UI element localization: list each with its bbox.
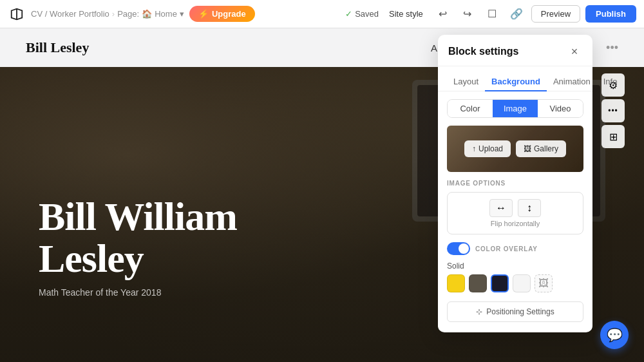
block-settings-panel: Block settings × Layout Background Anima… xyxy=(438,35,592,332)
grid-icon-button[interactable]: ⊞ xyxy=(601,125,625,148)
breadcrumb-page-label: Page: xyxy=(117,9,139,19)
gallery-label: Gallery xyxy=(534,144,558,153)
color-overlay-row: COLOR OVERLAY xyxy=(447,242,583,255)
bg-image-preview: ↑ Upload 🖼 Gallery xyxy=(447,126,583,172)
flip-vertical-button[interactable]: ↕ xyxy=(518,199,541,217)
color-swatches: 🖼 xyxy=(447,274,583,292)
panel-body: Color Image Video ↑ Upload 🖼 Gallery IMA… xyxy=(438,91,592,322)
breadcrumb-page-name[interactable]: Home xyxy=(155,9,177,19)
link-button[interactable]: 🔗 xyxy=(507,5,526,24)
type-color-button[interactable]: Color xyxy=(448,100,493,117)
tab-layout[interactable]: Layout xyxy=(447,73,485,91)
breadcrumb-sep1: › xyxy=(112,9,115,19)
swatch-yellow[interactable] xyxy=(447,274,465,292)
flip-container: ↔ ↕ Flip horizontally xyxy=(447,192,583,234)
image-options-label: IMAGE OPTIONS xyxy=(447,180,583,187)
swatch-upload-icon: 🖼 xyxy=(538,278,549,289)
device-preview-button[interactable]: ☐ xyxy=(482,5,502,24)
chevron-down-icon[interactable]: ▾ xyxy=(180,9,184,19)
positioning-icon: ⊹ xyxy=(476,307,482,316)
site-logo: Bill Lesley xyxy=(26,39,89,56)
positioning-label: Positioning Settings xyxy=(486,307,554,316)
saved-indicator: ✓ Saved xyxy=(345,9,379,19)
solid-label: Solid xyxy=(447,262,583,271)
panel-close-button[interactable]: × xyxy=(567,44,582,59)
panel-tabs: Layout Background Animation Info xyxy=(438,66,592,91)
swatch-gray[interactable] xyxy=(469,274,487,292)
positioning-settings-button[interactable]: ⊹ Positioning Settings xyxy=(447,301,583,322)
hero-content: Bill William Lesley Math Teacher of the … xyxy=(39,196,237,298)
hero-title: Bill William Lesley xyxy=(39,196,237,280)
upload-icon: ↑ xyxy=(472,144,476,153)
swatch-dark-blue[interactable] xyxy=(491,274,509,292)
hero-title-line1: Bill William xyxy=(39,195,237,238)
page-area: Bill Lesley About me Teaching philosophy… xyxy=(0,28,644,362)
color-overlay-toggle[interactable] xyxy=(447,242,470,255)
upgrade-button[interactable]: Upgrade xyxy=(189,6,255,22)
preview-button[interactable]: Preview xyxy=(531,5,580,23)
undo-button[interactable]: ↩ xyxy=(433,5,453,24)
breadcrumb: CV / Worker Portfolio › Page: 🏠 Home ▾ xyxy=(31,9,184,19)
upload-button[interactable]: ↑ Upload xyxy=(464,140,511,157)
site-style-label: Site style xyxy=(389,9,423,19)
swatch-upload-button[interactable]: 🖼 xyxy=(535,274,553,292)
saved-label: Saved xyxy=(355,9,379,19)
tab-background[interactable]: Background xyxy=(485,73,547,91)
type-image-button[interactable]: Image xyxy=(493,100,538,117)
panel-title: Block settings xyxy=(448,46,518,57)
breadcrumb-site[interactable]: CV / Worker Portfolio xyxy=(31,9,109,19)
more-options-icon-button[interactable]: ••• xyxy=(601,99,625,122)
flip-buttons: ↔ ↕ xyxy=(454,199,576,217)
upload-label: Upload xyxy=(478,144,503,153)
publish-button[interactable]: Publish xyxy=(585,5,636,23)
hero-subtitle: Math Teacher of the Year 2018 xyxy=(39,287,237,298)
gallery-icon: 🖼 xyxy=(524,144,531,153)
swatch-white[interactable] xyxy=(513,274,531,292)
redo-button[interactable]: ↪ xyxy=(458,5,477,24)
panel-header: Block settings × xyxy=(438,35,592,66)
chat-fab-button[interactable]: 💬 xyxy=(600,321,629,349)
toolbar: CV / Worker Portfolio › Page: 🏠 Home ▾ U… xyxy=(0,0,644,28)
tab-animation[interactable]: Animation xyxy=(547,73,597,91)
type-toggle: Color Image Video xyxy=(447,99,583,118)
home-icon: 🏠 xyxy=(142,9,152,19)
type-video-button[interactable]: Video xyxy=(538,100,583,117)
tab-info[interactable]: Info xyxy=(597,73,624,91)
flip-label: Flip horizontally xyxy=(454,220,576,227)
gallery-button[interactable]: 🖼 Gallery xyxy=(516,140,566,157)
hero-title-line2: Lesley xyxy=(39,236,144,280)
color-overlay-label: COLOR OVERLAY xyxy=(475,245,538,252)
flip-horizontal-button[interactable]: ↔ xyxy=(489,199,513,217)
nav-more-icon[interactable]: ••• xyxy=(606,41,618,55)
site-style-button[interactable]: Site style xyxy=(384,6,428,21)
logo-icon xyxy=(8,5,26,23)
check-icon: ✓ xyxy=(345,9,352,19)
